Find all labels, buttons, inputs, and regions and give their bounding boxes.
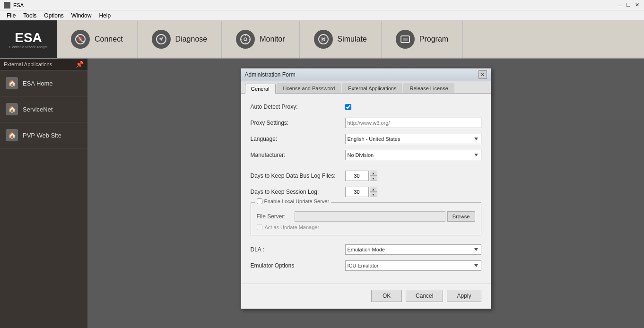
- manufacturer-select[interactable]: No Division Caterpillar Other: [345, 150, 481, 160]
- days-session-log-down[interactable]: ▼: [370, 192, 377, 197]
- sidebar-header: External Applications 📌: [0, 59, 87, 70]
- emulator-options-label: Emulator Options: [251, 262, 345, 269]
- toolbar-connect[interactable]: Connect: [57, 21, 138, 58]
- diagnose-label: Diagnose: [175, 35, 208, 43]
- menu-tools[interactable]: Tools: [19, 11, 40, 20]
- dialog-tabs: General License and Password External Ap…: [241, 81, 491, 94]
- days-bus-log-spinner-btns: ▲ ▼: [370, 171, 377, 181]
- menu-file[interactable]: File: [3, 11, 19, 20]
- auto-detect-proxy-label: Auto Detect Proxy:: [251, 104, 345, 110]
- logo-text: ESA: [15, 30, 42, 45]
- days-session-log-up[interactable]: ▲: [370, 187, 377, 192]
- days-bus-log-input[interactable]: 30: [345, 171, 369, 181]
- days-session-log-spinner-btns: ▲ ▼: [370, 187, 377, 197]
- menu-window[interactable]: Window: [68, 11, 96, 20]
- sidebar: External Applications 📌 🏠 ESA Home 🏠 Ser…: [0, 59, 87, 328]
- app-title: ESA: [13, 2, 24, 8]
- connect-label: Connect: [95, 35, 123, 43]
- auto-detect-proxy-checkbox[interactable]: [345, 104, 351, 110]
- menu-options[interactable]: Options: [40, 11, 67, 20]
- main-area: External Applications 📌 🏠 ESA Home 🏠 Ser…: [0, 59, 644, 328]
- simulate-label: Simulate: [338, 35, 367, 43]
- file-server-row: File Server: Browse: [257, 211, 475, 222]
- cancel-button[interactable]: Cancel: [406, 290, 443, 302]
- days-bus-log-label: Days to Keep Data Bus Log Files:: [251, 173, 345, 179]
- dialog-footer: OK Cancel Apply: [241, 284, 491, 309]
- sidebar-pin[interactable]: 📌: [76, 60, 84, 68]
- apply-button[interactable]: Apply: [447, 290, 481, 302]
- menu-help[interactable]: Help: [95, 11, 114, 20]
- enable-local-update-checkbox[interactable]: [257, 199, 262, 204]
- maximize-button[interactable]: ☐: [625, 2, 632, 9]
- tab-external-apps[interactable]: External Applications: [342, 83, 402, 93]
- language-label: Language:: [251, 136, 345, 142]
- file-server-label: File Server:: [257, 213, 295, 220]
- language-select[interactable]: English - United States French German Sp…: [345, 134, 481, 144]
- local-update-server-group: Enable Local Update Server File Server: …: [251, 202, 481, 235]
- days-bus-log-up[interactable]: ▲: [370, 171, 377, 176]
- days-bus-log-row: Days to Keep Data Bus Log Files: 30 ▲ ▼: [251, 170, 481, 181]
- sidebar-item-servicenet[interactable]: 🏠 ServiceNet: [0, 96, 87, 122]
- toolbar: ESA Electronic Service Analyst Connect D…: [0, 21, 644, 59]
- menu-bar: File Tools Options Window Help: [0, 10, 644, 21]
- minimize-button[interactable]: –: [617, 2, 623, 9]
- toolbar-monitor[interactable]: Monitor: [222, 21, 299, 58]
- language-row: Language: English - United States French…: [251, 133, 481, 145]
- logo: ESA Electronic Service Analyst: [0, 20, 57, 58]
- connect-icon: [71, 30, 90, 49]
- toolbar-program[interactable]: Program: [382, 21, 463, 58]
- file-server-input[interactable]: [295, 211, 445, 222]
- svg-point-4: [244, 38, 247, 41]
- ok-button[interactable]: OK: [371, 290, 402, 302]
- manufacturer-label: Manufacturer:: [251, 152, 345, 158]
- days-bus-log-spinner: 30 ▲ ▼: [345, 171, 377, 181]
- days-session-log-spinner: 30 ▲ ▼: [345, 187, 377, 197]
- dla-row: DLA : Emulation Mode Physical Mode: [251, 244, 481, 255]
- sidebar-header-label: External Applications: [4, 61, 52, 67]
- toolbar-diagnose[interactable]: Diagnose: [138, 21, 222, 58]
- dla-select[interactable]: Emulation Mode Physical Mode: [345, 244, 481, 255]
- modal-overlay: Administration Form ✕ General License an…: [87, 59, 644, 328]
- home-icon: 🏠: [6, 77, 18, 89]
- emulator-options-row: Emulator Options ICU Emulator ECM Emulat…: [251, 260, 481, 271]
- proxy-settings-row: Proxy Settings:: [251, 117, 481, 129]
- tab-general[interactable]: General: [245, 84, 276, 94]
- close-button[interactable]: ✕: [634, 2, 640, 9]
- app-icon: [4, 2, 10, 9]
- manufacturer-row: Manufacturer: No Division Caterpillar Ot…: [251, 149, 481, 161]
- act-update-row: Act as Update Manager: [257, 224, 475, 230]
- act-as-update-label: Act as Update Manager: [265, 224, 320, 230]
- days-session-log-row: Days to Keep Session Log: 30 ▲ ▼: [251, 186, 481, 198]
- administration-dialog: Administration Form ✕ General License an…: [241, 68, 491, 309]
- act-as-update-checkbox[interactable]: [257, 224, 262, 230]
- group-box-legend: Enable Local Update Server: [255, 199, 331, 204]
- sidebar-item-pvp[interactable]: 🏠 PVP Web Site: [0, 122, 87, 148]
- program-label: Program: [419, 35, 448, 43]
- tab-release-license[interactable]: Release License: [403, 83, 454, 93]
- auto-detect-proxy-row: Auto Detect Proxy:: [251, 101, 481, 112]
- dialog-close-button[interactable]: ✕: [479, 70, 487, 79]
- pvp-icon: 🏠: [6, 129, 18, 141]
- proxy-settings-label: Proxy Settings:: [251, 120, 345, 126]
- svg-point-5: [319, 35, 328, 44]
- proxy-settings-input[interactable]: [345, 118, 481, 128]
- emulator-options-select[interactable]: ICU Emulator ECM Emulator: [345, 260, 481, 271]
- title-bar: ESA – ☐ ✕: [0, 0, 644, 10]
- browse-button[interactable]: Browse: [447, 211, 475, 222]
- toolbar-simulate[interactable]: Simulate: [300, 21, 382, 58]
- program-icon: [396, 30, 415, 49]
- enable-local-update-label: Enable Local Update Server: [264, 199, 330, 204]
- monitor-icon: [236, 30, 255, 49]
- content-area: Administration Form ✕ General License an…: [87, 59, 644, 328]
- simulate-icon: [314, 30, 333, 49]
- sidebar-pvp-label: PVP Web Site: [23, 132, 61, 139]
- svg-rect-7: [403, 38, 408, 41]
- diagnose-icon: [152, 30, 171, 49]
- days-bus-log-down[interactable]: ▼: [370, 176, 377, 181]
- days-session-log-input[interactable]: 30: [345, 187, 369, 197]
- sidebar-item-esa-home[interactable]: 🏠 ESA Home: [0, 70, 87, 96]
- tab-license[interactable]: License and Password: [277, 83, 341, 93]
- sidebar-servicenet-label: ServiceNet: [23, 106, 53, 113]
- days-session-log-label: Days to Keep Session Log:: [251, 189, 345, 195]
- dialog-content: Auto Detect Proxy: Proxy Settings:: [241, 94, 491, 284]
